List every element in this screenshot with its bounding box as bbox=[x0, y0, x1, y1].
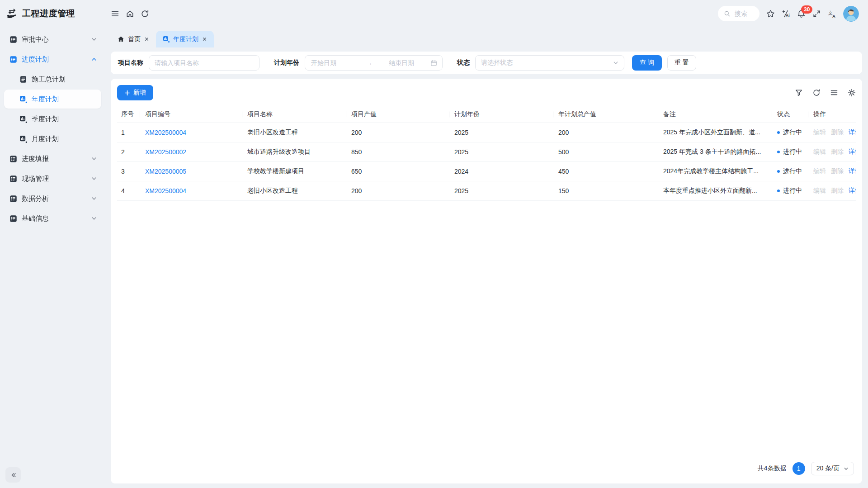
edit-link[interactable]: 编辑 bbox=[813, 148, 826, 156]
start-date-input[interactable] bbox=[310, 59, 351, 67]
sidebar-item-label: 进度填报 bbox=[22, 155, 87, 163]
detail-link[interactable]: 详情 bbox=[849, 187, 856, 195]
tab-home[interactable]: 首页 bbox=[111, 31, 156, 47]
app-logo: 工程进度管理 bbox=[0, 8, 105, 20]
translate-icon[interactable] bbox=[828, 9, 836, 18]
table-toolbar: 新增 bbox=[117, 85, 856, 100]
refresh-icon[interactable] bbox=[141, 9, 149, 18]
calendar-icon bbox=[430, 60, 437, 66]
pagination-page-1[interactable]: 1 bbox=[793, 462, 805, 475]
delete-link[interactable]: 删除 bbox=[831, 148, 844, 156]
plan-year-label: 计划年份 bbox=[274, 59, 299, 67]
ai-assistant-icon[interactable] bbox=[782, 9, 790, 18]
sidebar-item-annual-plan[interactable]: 年度计划 bbox=[4, 90, 101, 109]
project-code-link[interactable]: XM202500004 bbox=[145, 187, 186, 194]
delete-link[interactable]: 删除 bbox=[831, 167, 844, 175]
column-header-year: 计划年份 bbox=[449, 106, 553, 123]
close-icon[interactable] bbox=[144, 37, 149, 42]
reload-icon[interactable] bbox=[812, 89, 821, 97]
date-range-picker[interactable]: → bbox=[305, 55, 443, 71]
sidebar-item-approval-center[interactable]: 审批中心 bbox=[4, 30, 101, 49]
search-button[interactable]: 查 询 bbox=[632, 55, 662, 71]
chevron-down-icon bbox=[613, 60, 618, 66]
sidebar-item-monthly-plan[interactable]: 月度计划 bbox=[4, 129, 101, 148]
sidebar-item-progress-report[interactable]: 进度填报 bbox=[4, 149, 101, 168]
search-icon bbox=[724, 10, 731, 17]
star-icon[interactable] bbox=[766, 9, 775, 18]
chevron-down-icon bbox=[91, 176, 97, 181]
sidebar-collapse-button[interactable] bbox=[5, 467, 21, 483]
delete-link[interactable]: 删除 bbox=[831, 187, 844, 195]
home-icon bbox=[118, 36, 124, 43]
delete-link[interactable]: 删除 bbox=[831, 128, 844, 137]
sidebar-item-basic-info[interactable]: 基础信息 bbox=[4, 209, 101, 228]
page-size-value: 20 条/页 bbox=[816, 464, 840, 473]
cell-annual-output: 150 bbox=[553, 181, 658, 201]
sidebar-item-label: 月度计划 bbox=[32, 135, 97, 143]
chart-icon bbox=[163, 36, 170, 43]
fullscreen-icon[interactable] bbox=[812, 9, 821, 18]
edit-link[interactable]: 编辑 bbox=[813, 128, 826, 137]
chevron-up-icon bbox=[91, 57, 97, 62]
status-dot-icon bbox=[777, 151, 780, 153]
quarterly-plan-icon bbox=[19, 115, 27, 123]
reset-button[interactable]: 重 置 bbox=[667, 55, 696, 71]
sidebar-item-site-management[interactable]: 现场管理 bbox=[4, 169, 101, 188]
detail-link[interactable]: 详情 bbox=[849, 167, 856, 175]
project-code-link[interactable]: XM202500005 bbox=[145, 168, 186, 175]
status-dot-icon bbox=[777, 170, 780, 173]
global-search[interactable] bbox=[718, 6, 760, 21]
sidebar-item-label: 年度计划 bbox=[32, 95, 97, 104]
end-date-input[interactable] bbox=[388, 59, 429, 67]
project-code-link[interactable]: XM202500004 bbox=[145, 129, 186, 136]
sidebar-item-quarterly-plan[interactable]: 季度计划 bbox=[4, 109, 101, 128]
sidebar-item-label: 审批中心 bbox=[22, 35, 87, 44]
add-button[interactable]: 新增 bbox=[117, 85, 153, 100]
cell-project-name: 学校教学楼新建项目 bbox=[242, 162, 346, 181]
tab-label: 年度计划 bbox=[173, 35, 198, 43]
table-row: 1 XM202500004 老旧小区改造工程 200 2025 200 2025… bbox=[117, 123, 856, 142]
status-badge: 进行中 bbox=[777, 128, 802, 137]
sidebar-item-label: 现场管理 bbox=[22, 175, 87, 183]
chevron-down-icon bbox=[91, 196, 97, 201]
density-icon[interactable] bbox=[830, 89, 838, 97]
edit-link[interactable]: 编辑 bbox=[813, 167, 826, 175]
annual-plan-icon bbox=[19, 95, 27, 103]
status-badge: 进行中 bbox=[777, 167, 802, 175]
edit-link[interactable]: 编辑 bbox=[813, 187, 826, 195]
cell-output: 200 bbox=[346, 123, 449, 142]
sidebar-item-progress-plan[interactable]: 进度计划 bbox=[4, 50, 101, 69]
chevron-down-icon bbox=[91, 216, 97, 221]
user-avatar[interactable] bbox=[843, 6, 859, 22]
tab-annual-plan[interactable]: 年度计划 bbox=[156, 31, 214, 47]
gear-icon[interactable] bbox=[848, 89, 856, 97]
pagination-total: 共4条数据 bbox=[758, 464, 787, 473]
project-code-link[interactable]: XM202500002 bbox=[145, 148, 186, 156]
sidebar-menu: 审批中心 进度计划 施工总计划 年度计划 季度计划 月度计划 bbox=[4, 30, 101, 228]
cell-remark: 本年度重点推进小区外立面翻新... bbox=[658, 181, 772, 201]
filter-funnel-icon[interactable] bbox=[795, 89, 803, 97]
cell-annual-output: 500 bbox=[553, 142, 658, 162]
table-panel: 新增 序号 项目编号 项目名称 项目产值 计划年份 bbox=[111, 79, 862, 483]
sidebar-item-construction-master-plan[interactable]: 施工总计划 bbox=[4, 70, 101, 89]
sidebar-item-data-analysis[interactable]: 数据分析 bbox=[4, 189, 101, 208]
column-header-index: 序号 bbox=[117, 106, 140, 123]
monthly-plan-icon bbox=[19, 135, 27, 143]
detail-link[interactable]: 详情 bbox=[849, 128, 856, 137]
status-select[interactable]: 请选择状态 bbox=[475, 55, 624, 71]
close-icon[interactable] bbox=[202, 37, 207, 42]
detail-link[interactable]: 详情 bbox=[849, 148, 856, 156]
sidebar: 审批中心 进度计划 施工总计划 年度计划 季度计划 月度计划 bbox=[0, 27, 105, 488]
cell-remark: 2025 年完成 3 条主干道的路面拓... bbox=[658, 142, 772, 162]
chevron-down-icon bbox=[844, 466, 849, 471]
sidebar-item-label: 基础信息 bbox=[22, 214, 87, 223]
notification-badge: 30 bbox=[801, 5, 812, 14]
global-search-input[interactable] bbox=[734, 9, 754, 18]
table-header: 序号 项目编号 项目名称 项目产值 计划年份 年计划总产值 备注 状态 操作 bbox=[117, 106, 856, 123]
project-name-input[interactable] bbox=[149, 55, 259, 71]
hamburger-icon[interactable] bbox=[111, 9, 119, 18]
home-icon[interactable] bbox=[126, 9, 134, 18]
page-size-select[interactable]: 20 条/页 bbox=[811, 462, 854, 475]
top-header: 工程进度管理 30 bbox=[0, 0, 868, 27]
notifications-button[interactable]: 30 bbox=[797, 9, 806, 18]
